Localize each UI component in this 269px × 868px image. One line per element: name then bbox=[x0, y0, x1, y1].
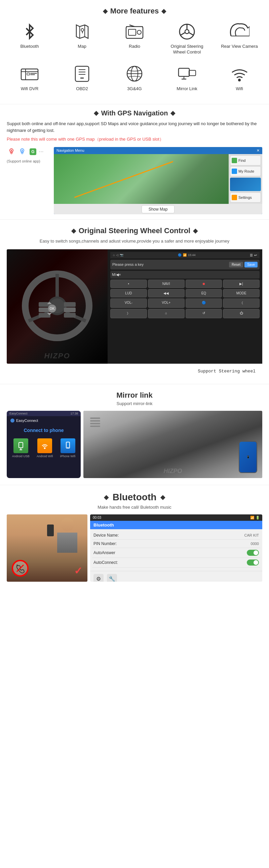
bt-autoconnect-row: AutoConnect: bbox=[92, 558, 260, 567]
grid-refresh-btn[interactable]: ↺ bbox=[186, 309, 222, 318]
bt-person-visual: ✓ bbox=[7, 515, 88, 582]
steering-icon bbox=[175, 22, 199, 42]
check-mark: ✓ bbox=[74, 565, 82, 577]
phone-slash-svg bbox=[15, 563, 25, 573]
reset-save-buttons: Reset Save bbox=[229, 262, 258, 268]
grid-rec-btn[interactable]: ⏺ bbox=[186, 280, 222, 288]
steering-image-container: OK HIZPO ⌂ ◁ � bbox=[7, 249, 262, 364]
svg-point-35 bbox=[11, 150, 12, 151]
steering-description: Easy to switch songs,channels and adiust… bbox=[7, 238, 262, 245]
bt-bottom-gear-icon[interactable]: 🔧 bbox=[107, 574, 117, 582]
back-arrow: ↩ bbox=[254, 253, 257, 257]
gps-title: ◆ With GPS Navigation ◆ bbox=[7, 109, 262, 117]
nav-find-btn[interactable]: Find bbox=[230, 155, 261, 165]
nav-facebook-icon bbox=[230, 178, 261, 191]
autoanswer-toggle[interactable] bbox=[247, 550, 259, 556]
features-row-1: Bluetooth Map bbox=[3, 22, 266, 61]
steering-button-grid: • NAVI ⏺ ▶| LUD ◀◀ EQ MODE VOL- VOL+ 🔵 《… bbox=[110, 280, 260, 318]
more-features-title: ◆ More features ◆ bbox=[3, 7, 266, 16]
bt-screen-time: 00:03 bbox=[93, 516, 101, 520]
grid-eq-btn[interactable]: EQ bbox=[186, 289, 222, 298]
svg-rect-20 bbox=[30, 74, 35, 75]
phone-screen-content: 📱 bbox=[239, 442, 257, 472]
mirror-phone-screen: EasyConnect 17:38 EasyConnect Connect to… bbox=[7, 411, 81, 478]
grid-power-btn[interactable]: ⏻ bbox=[223, 309, 260, 318]
globe-icon bbox=[123, 64, 146, 84]
feature-steering: Original Steering Wheel Control bbox=[165, 22, 209, 55]
feature-wifidvr: Wifi DVR bbox=[8, 64, 52, 92]
no-call-icon bbox=[12, 560, 29, 577]
gps-section: ◆ With GPS Navigation ◆ Suppot both onli… bbox=[0, 104, 269, 220]
obd2-icon bbox=[70, 64, 94, 84]
gps-images-area: G ··· (Support online app) Navigation Me… bbox=[7, 147, 262, 214]
feature-radio: Radio bbox=[113, 22, 156, 55]
phone-status-bar: EasyConnect 17:38 bbox=[7, 411, 81, 416]
iphone-wifi-icon bbox=[61, 438, 75, 453]
feature-mirrorlink: Mirror Link bbox=[165, 64, 209, 92]
bluetooth-description: Make hands free call/ Buletooth music bbox=[7, 505, 262, 510]
save-button[interactable]: Save bbox=[244, 262, 258, 268]
ui-top-actions: ☰ ↩ bbox=[250, 253, 257, 257]
grid-volplus-btn[interactable]: VOL+ bbox=[148, 299, 184, 308]
svg-line-12 bbox=[180, 33, 185, 35]
grid-playpause-btn[interactable]: ▶| bbox=[223, 280, 260, 288]
phone-connect-heading: Connect to phone bbox=[7, 425, 81, 436]
svg-point-60 bbox=[44, 447, 46, 449]
grid-next-btn[interactable]: 》 bbox=[110, 309, 147, 318]
iphone-wifi-option[interactable]: iPhone Wifi bbox=[60, 438, 76, 458]
autoconnect-toggle[interactable] bbox=[247, 559, 259, 565]
android-wifi-option[interactable]: Android Wifi bbox=[37, 438, 53, 458]
bt-status-icons: 📶 🔋 bbox=[250, 516, 260, 520]
nav-settings-btn[interactable]: Settings bbox=[230, 192, 261, 203]
person-head bbox=[61, 518, 74, 531]
mirror-car-photo: 📱 HIZPO bbox=[83, 411, 262, 478]
mirror-description: Support mirror-link bbox=[7, 401, 262, 406]
grid-prev-btn[interactable]: 《 bbox=[223, 299, 260, 308]
phone-app-header: EasyConnect bbox=[7, 416, 81, 425]
grid-home-btn[interactable]: ⌂ bbox=[148, 309, 184, 318]
bt-bottom-settings-icon[interactable]: ⚙ bbox=[94, 574, 104, 582]
grid-dot-btn[interactable]: • bbox=[110, 280, 147, 288]
nav-myroute-btn[interactable]: My Route bbox=[230, 166, 261, 176]
android-usb-option[interactable]: Android USB bbox=[12, 438, 30, 458]
bt-autoanswer-row: AutoAnswer bbox=[92, 548, 260, 558]
mirrorlink-icon bbox=[175, 64, 199, 84]
car-vents bbox=[90, 417, 100, 427]
grid-rewind-btn[interactable]: ◀◀ bbox=[148, 289, 184, 298]
nav-buttons-panel: Find My Route Settings bbox=[229, 154, 262, 204]
ui-status-bar: ⌂ ◁ 📷 🔵 📶 15:44 ☰ ↩ bbox=[110, 252, 260, 258]
diamond-right: ◆ bbox=[161, 7, 166, 15]
grid-mode-btn[interactable]: MODE bbox=[223, 289, 260, 298]
feature-camera: Rear View Camera bbox=[217, 22, 261, 55]
steering-section: ◆ Original Steering Wheel Control ◆ Easy… bbox=[0, 219, 269, 370]
gps-app-icons-area: G ··· (Support online app) bbox=[7, 147, 51, 164]
mute-volume-row: M/◀× bbox=[110, 271, 260, 279]
svg-rect-19 bbox=[30, 73, 37, 74]
feature-bluetooth: Bluetooth bbox=[8, 22, 52, 55]
key-prompt-text: Please press a key bbox=[112, 262, 143, 267]
phone-in-hand: 📱 bbox=[239, 441, 257, 473]
bt-screen-header: 00:03 📶 🔋 bbox=[90, 515, 262, 521]
show-map-button[interactable]: Show Map bbox=[141, 205, 175, 213]
watermark: HIZPO bbox=[44, 351, 70, 360]
grid-volminus-btn[interactable]: VOL- bbox=[110, 299, 147, 308]
grid-navi-btn[interactable]: NAVI bbox=[148, 280, 184, 288]
more-apps-dots: ··· bbox=[39, 149, 43, 155]
android-usb-icon bbox=[13, 438, 28, 453]
steering-image-area: OK HIZPO ⌂ ◁ � bbox=[7, 249, 262, 364]
reset-button[interactable]: Reset bbox=[229, 262, 243, 268]
grid-lud-btn[interactable]: LUD bbox=[110, 289, 147, 298]
grid-bt-btn[interactable]: 🔵 bbox=[186, 299, 222, 308]
settings-icon bbox=[232, 195, 237, 200]
map-icon bbox=[70, 22, 94, 42]
svg-rect-29 bbox=[178, 68, 189, 76]
more-features-section: ◆ More features ◆ Bluetooth bbox=[0, 0, 269, 104]
ui-key-prompt-row: Please press a key Reset Save bbox=[110, 260, 260, 270]
android-wifi-icon bbox=[37, 438, 52, 453]
nav-bottom-bar: Show Map bbox=[54, 204, 262, 214]
svg-rect-30 bbox=[189, 70, 196, 76]
gps-app-icon-1 bbox=[7, 147, 16, 156]
svg-rect-50 bbox=[64, 313, 76, 318]
nav-screen: Navigation Menu ✕ Find My Rou bbox=[54, 147, 262, 214]
bluetooth-images-area: ✓ 00:03 📶 🔋 Bluetooth Device Name: CAR K… bbox=[7, 515, 262, 582]
